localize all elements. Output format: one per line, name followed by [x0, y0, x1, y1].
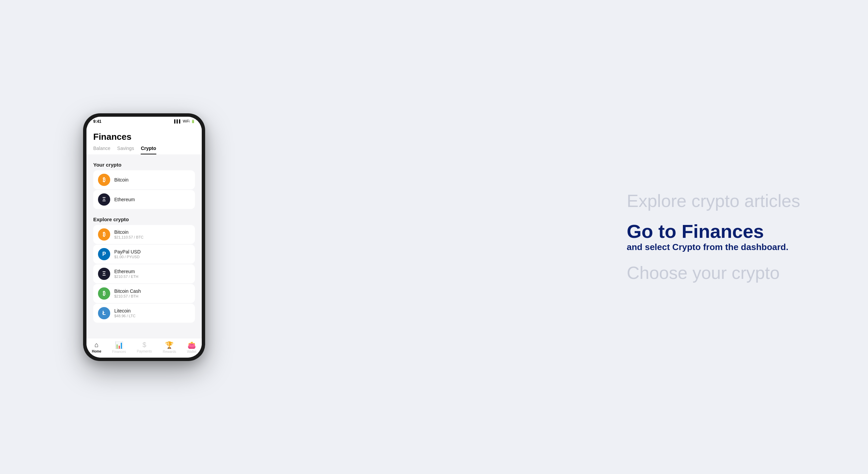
battery-icon: 🔋 — [191, 119, 195, 123]
status-time: 9:41 — [93, 119, 101, 124]
list-item[interactable]: ₿ Bitcoin Cash $210.57 / BTH — [93, 284, 195, 303]
tab-bar: Balance Savings Crypto — [93, 146, 195, 154]
explore-crypto-section: Explore crypto ₿ Bitcoin $21,110.57 / BT… — [86, 212, 202, 323]
paypal-icon: P — [98, 248, 110, 260]
divider-2 — [86, 209, 202, 212]
explore-articles-text: Explore crypto articles — [627, 191, 800, 211]
phone-screen: 9:41 ▌▌▌ WiFi 🔋 Finances Balance Savi — [86, 117, 202, 358]
explore-btc-price: $21,110.57 / BTC — [114, 235, 143, 239]
bottom-spacer — [86, 323, 202, 327]
main-heading: Go to Finances — [627, 221, 800, 242]
phone-container: 9:41 ▌▌▌ WiFi 🔋 Finances Balance Savi — [83, 113, 205, 361]
explore-ltc-info: Litecoin $48.96 / LTC — [114, 308, 136, 318]
status-bar: 9:41 ▌▌▌ WiFi 🔋 — [86, 117, 202, 126]
your-crypto-section: Your crypto ₿ Bitcoin Ξ Ethereum — [86, 157, 202, 209]
explore-crypto-title: Explore crypto — [93, 216, 195, 222]
phone-shell: 9:41 ▌▌▌ WiFi 🔋 Finances Balance Savi — [83, 113, 205, 361]
nav-rewards[interactable]: 🏆 Rewards — [163, 341, 176, 354]
tab-crypto[interactable]: Crypto — [141, 146, 156, 154]
your-crypto-list: ₿ Bitcoin Ξ Ethereum — [93, 170, 195, 209]
list-item[interactable]: Ξ Ethereum — [93, 190, 195, 209]
explore-pyusd-price: $1.00 / PYUSD — [114, 255, 141, 259]
nav-payments-label: Payments — [137, 349, 152, 353]
list-item[interactable]: Ł Litecoin $48.96 / LTC — [93, 304, 195, 323]
explore-eth-price: $210.57 / ETH — [114, 274, 138, 279]
bch-icon: ₿ — [98, 287, 110, 300]
finances-icon: 📊 — [115, 341, 123, 349]
explore-ltc-price: $48.96 / LTC — [114, 314, 136, 318]
btc-icon-2: ₿ — [98, 228, 110, 241]
right-content: Explore crypto articles Go to Finances a… — [627, 191, 800, 283]
nav-finances-label: Finances — [112, 350, 126, 354]
sub-heading: and select Crypto from the dashboard. — [627, 242, 800, 253]
nav-home[interactable]: ⌂ Home — [92, 341, 101, 353]
eth-icon: Ξ — [98, 193, 110, 206]
signal-icon: ▌▌▌ — [174, 119, 181, 123]
list-item[interactable]: ₿ Bitcoin — [93, 170, 195, 189]
divider-1 — [86, 154, 202, 157]
main-cta-block: Go to Finances and select Crypto from th… — [627, 221, 800, 253]
explore-bch-name: Bitcoin Cash — [114, 288, 141, 294]
choose-crypto-text: Choose your crypto — [627, 263, 800, 283]
list-item[interactable]: ₿ Bitcoin $21,110.57 / BTC — [93, 225, 195, 244]
app-content: Finances Balance Savings Crypto Your cry… — [86, 126, 202, 338]
explore-ltc-name: Litecoin — [114, 308, 136, 314]
status-icons: ▌▌▌ WiFi 🔋 — [174, 119, 195, 123]
list-item[interactable]: Ξ Ethereum $210.57 / ETH — [93, 264, 195, 283]
page-wrapper: 9:41 ▌▌▌ WiFi 🔋 Finances Balance Savi — [0, 0, 868, 474]
nav-wallet-label: Wallet — [187, 350, 196, 354]
explore-pyusd-name: PayPal USD — [114, 249, 141, 254]
tab-savings[interactable]: Savings — [117, 146, 134, 154]
explore-btc-name: Bitcoin — [114, 229, 143, 235]
btc-icon: ₿ — [98, 174, 110, 186]
payments-icon: $ — [142, 341, 146, 349]
nav-rewards-label: Rewards — [163, 350, 176, 354]
ltc-icon: Ł — [98, 307, 110, 319]
rewards-icon: 🏆 — [165, 341, 174, 349]
bitcoin-name: Bitcoin — [114, 177, 129, 183]
your-crypto-title: Your crypto — [93, 162, 195, 168]
nav-home-label: Home — [92, 349, 101, 353]
eth-icon-2: Ξ — [98, 268, 110, 280]
nav-wallet[interactable]: 👛 Wallet — [187, 341, 196, 354]
list-item[interactable]: P PayPal USD $1.00 / PYUSD — [93, 245, 195, 264]
explore-crypto-list: ₿ Bitcoin $21,110.57 / BTC P PayPal USD — [93, 225, 195, 323]
explore-bch-price: $210.57 / BTH — [114, 294, 141, 298]
app-title: Finances — [93, 132, 195, 142]
explore-pyusd-info: PayPal USD $1.00 / PYUSD — [114, 249, 141, 259]
explore-eth-name: Ethereum — [114, 269, 138, 274]
nav-finances[interactable]: 📊 Finances — [112, 341, 126, 354]
explore-eth-info: Ethereum $210.57 / ETH — [114, 269, 138, 279]
app-header: Finances Balance Savings Crypto — [86, 126, 202, 154]
tab-balance[interactable]: Balance — [93, 146, 111, 154]
explore-bch-info: Bitcoin Cash $210.57 / BTH — [114, 288, 141, 298]
home-icon: ⌂ — [95, 341, 99, 349]
wallet-icon: 👛 — [188, 341, 196, 349]
ethereum-name: Ethereum — [114, 197, 135, 202]
nav-payments[interactable]: $ Payments — [137, 341, 152, 353]
explore-btc-info: Bitcoin $21,110.57 / BTC — [114, 229, 143, 239]
bottom-nav: ⌂ Home 📊 Finances $ Payments 🏆 Rewards — [86, 338, 202, 358]
wifi-icon: WiFi — [183, 119, 190, 123]
